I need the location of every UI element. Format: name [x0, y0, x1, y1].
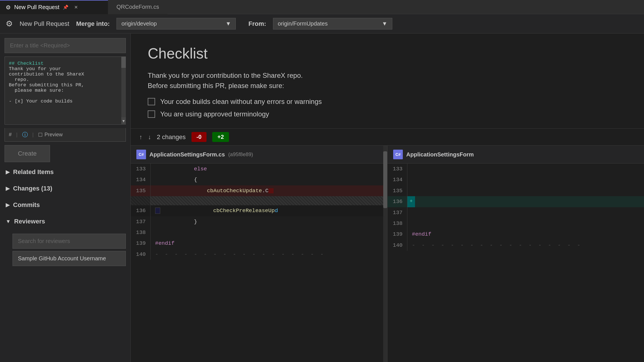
desc-scrollbar[interactable]: ▼	[121, 57, 126, 125]
toolbar-title: New Pull Request	[20, 20, 69, 28]
desc-scrollbar-thumb	[121, 57, 126, 68]
inactive-tab[interactable]: QRCodeForm.cs	[108, 0, 168, 14]
checklist-item-1: Your code builds clean without any error…	[148, 98, 627, 106]
reviewer-name: Sample GitHub Account Username	[18, 255, 106, 261]
diff-filename-left: ApplicationSettingsForm.cs	[149, 151, 225, 158]
desc-scroll-down[interactable]: ▼	[121, 117, 126, 125]
related-items-label: Related Items	[13, 168, 54, 176]
code-line: 136 cbCheckPreReleaseUpd	[131, 205, 387, 216]
merge-into-value: origin/develop	[121, 20, 157, 27]
diff-panel-right: C# ApplicationSettingsForm 133 134	[387, 146, 644, 362]
from-branch-select[interactable]: origin/FormUpdates ▼	[273, 18, 392, 30]
title-bar: ⚙ New Pull Request 📌 ✕ QRCodeForm.cs	[0, 0, 644, 14]
pr-icon: ⚙	[6, 19, 13, 28]
checkbox-2[interactable]	[148, 110, 155, 118]
toolbar: ⚙ New Pull Request Merge into: origin/de…	[0, 14, 644, 34]
diff-down-arrow[interactable]: ↓	[148, 133, 151, 141]
pin-icon[interactable]: 📌	[63, 5, 68, 10]
reviewers-section-header[interactable]: ▼ Reviewers	[5, 215, 126, 228]
commits-label: Commits	[13, 201, 40, 209]
active-tab-label: New Pull Request	[14, 4, 59, 11]
desc-header: ## Checklist	[9, 61, 43, 66]
code-line: 138	[131, 227, 387, 238]
cs-icon-right: C#	[393, 150, 403, 159]
info-icon: ⓘ	[22, 131, 28, 139]
diff-bar: ↑ ↓ 2 changes -0 +2	[131, 128, 644, 146]
merge-into-select[interactable]: origin/develop ▼	[116, 18, 236, 30]
code-line: 139 #endif	[131, 238, 387, 249]
code-line: 140 - - - - - - - - - - - - - - - - - -	[131, 249, 387, 260]
preview-btn[interactable]: ☐ Preview	[38, 132, 62, 138]
merge-into-label: Merge into:	[76, 20, 110, 28]
code-line: 140 - - - - - - - - - - - - - - - - - -	[387, 240, 644, 251]
preview-icon: ☐	[38, 132, 43, 138]
code-line: 138	[387, 218, 644, 229]
from-branch-value: origin/FormUpdates	[278, 20, 328, 27]
code-area-left: 133 else 134 { 135 cbAutoCheckUpda	[131, 164, 387, 260]
code-line: 135	[387, 185, 644, 196]
reviewers-label: Reviewers	[14, 218, 45, 225]
code-line: 139 #endif	[387, 229, 644, 240]
diff-hash-left: (a95f8e89)	[228, 152, 253, 158]
title-input[interactable]	[5, 38, 126, 53]
diff-filename-right: ApplicationSettingsForm	[406, 151, 474, 158]
preview-title: Checklist	[148, 45, 627, 62]
diff-panel-left-header: C# ApplicationSettingsForm.cs (a95f8e89)	[131, 146, 387, 164]
commits-arrow: ▶	[6, 202, 10, 208]
reviewer-item[interactable]: Sample GitHub Account Username	[12, 251, 126, 266]
changes-section[interactable]: ▶ Changes (13)	[5, 182, 126, 195]
diff-up-arrow[interactable]: ↑	[139, 133, 142, 141]
diff-panel-left: C# ApplicationSettingsForm.cs (a95f8e89)…	[131, 146, 387, 362]
desc-toolbar: # | ⓘ | ☐ Preview	[5, 128, 126, 142]
cs-icon-left: C#	[136, 150, 146, 159]
related-items-section[interactable]: ▶ Related Items	[5, 166, 126, 179]
description-area[interactable]: ## Checklist Thank you for your contribu…	[5, 57, 126, 125]
checklist-label-2: You are using approved terminology	[160, 110, 269, 118]
hash-btn[interactable]: #	[9, 132, 12, 138]
code-line: 133 else	[131, 164, 387, 174]
code-line: 135 cbAutoCheckUpdate.C	[131, 185, 387, 196]
preview-label: Preview	[44, 132, 62, 138]
checklist-item-2: You are using approved terminology	[148, 110, 627, 118]
reviewers-content: Sample GitHub Account Username	[5, 231, 126, 266]
diff-scrollbar-thumb-left	[383, 151, 387, 208]
active-tab[interactable]: ⚙ New Pull Request 📌 ✕	[0, 0, 108, 14]
related-items-arrow: ▶	[6, 169, 10, 175]
code-line: 134 {	[131, 174, 387, 185]
code-line: 137 }	[131, 216, 387, 227]
preview-intro-1: Thank you for your contribution to the S…	[148, 70, 627, 91]
close-icon[interactable]: ✕	[74, 5, 78, 10]
code-line: 136 +	[387, 196, 644, 207]
code-line: 134	[387, 174, 644, 185]
diff-added-badge: +2	[212, 132, 229, 142]
diff-panels: C# ApplicationSettingsForm.cs (a95f8e89)…	[131, 146, 644, 362]
diff-scrollbar-left[interactable]	[383, 146, 387, 362]
commits-section[interactable]: ▶ Commits	[5, 198, 126, 212]
left-panel: ## Checklist Thank you for your contribu…	[0, 34, 131, 362]
hash-icon: #	[9, 132, 12, 138]
diff-changes-label: 2 changes	[157, 133, 186, 141]
right-panel: Checklist Thank you for your contributio…	[131, 34, 644, 362]
from-chevron-icon: ▼	[382, 20, 387, 27]
changes-arrow: ▶	[6, 185, 10, 192]
changes-label: Changes (13)	[13, 185, 52, 192]
diff-removed-badge: -0	[191, 132, 207, 142]
diff-panel-right-header: C# ApplicationSettingsForm	[387, 146, 644, 164]
code-line	[131, 196, 387, 205]
tab-icon: ⚙	[6, 4, 11, 11]
checklist-label-1: Your code builds clean without any error…	[160, 98, 322, 106]
code-line: 133	[387, 164, 644, 174]
inactive-tab-label: QRCodeForm.cs	[116, 4, 159, 10]
merge-chevron-icon: ▼	[226, 20, 231, 27]
reviewer-search-input[interactable]	[12, 234, 126, 249]
create-button[interactable]: Create	[5, 145, 50, 162]
code-line: 137	[387, 207, 644, 218]
info-btn[interactable]: ⓘ	[22, 131, 28, 139]
from-label: From:	[248, 20, 266, 28]
plus-indicator: +	[407, 196, 415, 207]
code-area-right: 133 134 135 136	[387, 164, 644, 251]
checkbox-1[interactable]	[148, 98, 155, 105]
preview-area: Checklist Thank you for your contributio…	[131, 34, 644, 128]
reviewers-arrow: ▼	[6, 219, 11, 225]
main-layout: ## Checklist Thank you for your contribu…	[0, 34, 644, 362]
